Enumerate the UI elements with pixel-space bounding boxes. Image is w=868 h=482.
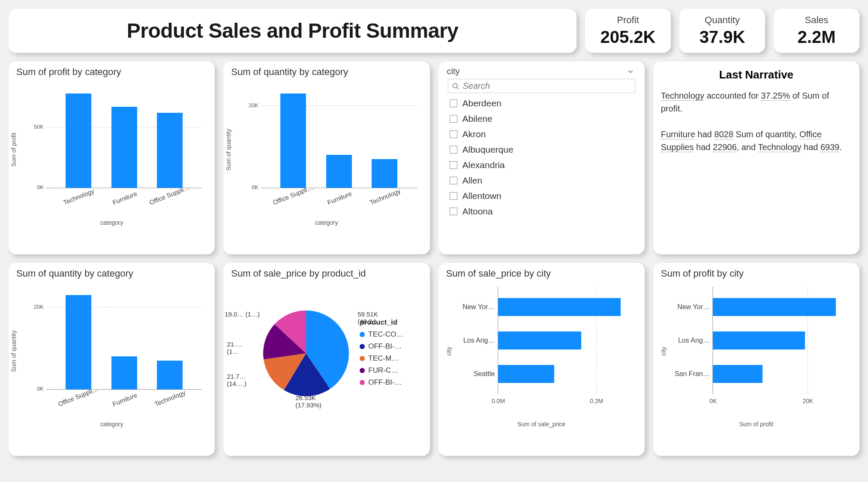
checkbox-icon[interactable] — [450, 161, 457, 169]
bar-category-label: Furniture — [111, 190, 138, 206]
chart-sale-by-product[interactable]: Sum of sale_price by product_id 59.51K(4… — [223, 263, 429, 456]
bar[interactable] — [66, 295, 91, 389]
chart-profit-by-category[interactable]: Sum of profit by category Sum of profit … — [9, 61, 215, 254]
bar-category-label: Los Ang… — [450, 337, 495, 344]
pie-slice-label: 21.…(1… — [227, 340, 242, 355]
x-axis-label: category — [16, 219, 207, 226]
legend-swatch-icon — [360, 356, 365, 361]
bar-category-label: New Yor… — [450, 303, 495, 311]
bar[interactable] — [326, 155, 352, 188]
slicer-item-label: Albuquerque — [463, 145, 514, 155]
search-icon — [452, 82, 460, 90]
slicer-item[interactable]: Allen — [448, 173, 635, 188]
pie-slice-label: 21.7…(14.…) — [227, 373, 246, 388]
pie-slice-label: 59.51K(40.2… — [357, 310, 378, 325]
slicer-item-label: Abilene — [463, 114, 493, 124]
legend-item[interactable]: FUR-C… — [360, 365, 403, 377]
bar[interactable] — [111, 107, 137, 188]
slicer-search[interactable] — [448, 79, 635, 93]
kpi-quantity[interactable]: Quantity 37.9K — [679, 9, 765, 53]
bar[interactable] — [498, 298, 621, 316]
slicer-item-label: Allen — [463, 175, 483, 186]
kpi-label: Sales — [786, 15, 847, 26]
legend-item[interactable]: OFF-BI-… — [360, 377, 403, 389]
bar[interactable] — [498, 331, 582, 349]
slicer-item[interactable]: Alexandria — [448, 157, 635, 173]
legend-item[interactable]: TEC-M… — [360, 352, 403, 365]
bar[interactable] — [713, 365, 763, 383]
y-axis-label: Sum of quantity — [225, 129, 232, 170]
kpi-label: Quantity — [691, 15, 753, 26]
bar[interactable] — [157, 361, 183, 389]
bar[interactable] — [157, 113, 183, 188]
bar[interactable] — [498, 365, 555, 383]
legend-item[interactable]: OFF-BI-… — [360, 340, 403, 352]
chart-title: Sum of sale_price by city — [446, 268, 637, 279]
chart-sale-by-city[interactable]: Sum of sale_price by city city 0.0M0.2MN… — [439, 263, 645, 456]
x-axis-label: category — [16, 421, 207, 428]
kpi-value: 2.2M — [786, 27, 847, 47]
y-axis-label: Sum of profit — [10, 133, 17, 166]
chart-title: Sum of sale_price by product_id — [231, 268, 422, 279]
narrative-card: Last Narrative Technology accounted for … — [653, 61, 859, 254]
svg-line-1 — [457, 87, 459, 89]
checkbox-icon[interactable] — [450, 115, 457, 123]
kpi-sales[interactable]: Sales 2.2M — [774, 9, 859, 53]
slicer-item[interactable]: Altoona — [448, 204, 635, 219]
bar-category-label: Technology — [62, 187, 95, 206]
kpi-value: 37.9K — [691, 27, 753, 47]
legend-item[interactable]: TEC-CO… — [360, 328, 403, 340]
checkbox-icon[interactable] — [450, 192, 457, 200]
slicer-item-label: Allentown — [463, 191, 502, 201]
bar-category-label: Seattle — [450, 370, 495, 378]
slicer-item[interactable]: Albuquerque — [448, 142, 635, 157]
pie-chart[interactable]: 59.51K(40.2…26.53K(17.93%)21.7…(14.…)21.… — [257, 304, 355, 403]
slicer-item[interactable]: Abilene — [448, 111, 635, 127]
legend-label: OFF-BI-… — [368, 342, 402, 351]
chevron-down-icon[interactable] — [627, 68, 634, 75]
legend-swatch-icon — [360, 380, 365, 385]
checkbox-icon[interactable] — [450, 146, 457, 154]
checkbox-icon[interactable] — [450, 99, 457, 107]
narrative-title: Last Narrative — [661, 68, 852, 81]
slicer-list[interactable]: AberdeenAbileneAkronAlbuquerqueAlexandri… — [448, 96, 635, 219]
bar[interactable] — [66, 93, 91, 188]
slicer-item[interactable]: Allentown — [448, 188, 635, 204]
chart-quantity-by-category-1[interactable]: Sum of quantity by category Sum of quant… — [223, 61, 429, 254]
bar-category-label: Furniture — [111, 392, 138, 408]
chart-profit-by-city[interactable]: Sum of profit by city city 0K20KNew Yor…… — [653, 263, 859, 456]
bar[interactable] — [280, 93, 306, 188]
svg-point-0 — [453, 83, 457, 88]
chart-title: Sum of quantity by category — [16, 268, 207, 279]
kpi-profit[interactable]: Profit 205.2K — [585, 9, 671, 53]
checkbox-icon[interactable] — [450, 177, 457, 184]
checkbox-icon[interactable] — [450, 130, 457, 138]
bar[interactable] — [713, 331, 805, 349]
y-axis-label: city — [660, 347, 667, 356]
pie-slice-label: 19.0… (1…) — [225, 310, 260, 318]
bar[interactable] — [713, 298, 836, 316]
legend-swatch-icon — [360, 332, 365, 337]
bar-category-label: Furniture — [326, 190, 353, 206]
bar[interactable] — [111, 356, 137, 389]
legend-swatch-icon — [360, 344, 365, 349]
chart-title: Sum of quantity by category — [231, 66, 422, 78]
bar[interactable] — [372, 159, 397, 188]
chart-quantity-by-category-2[interactable]: Sum of quantity by category Sum of quant… — [9, 263, 215, 456]
bar-category-label: Technology — [153, 389, 186, 408]
y-axis-label: Sum of quantity — [10, 330, 17, 372]
slicer-item-label: Alexandria — [463, 160, 505, 170]
slicer-search-input[interactable] — [463, 81, 631, 91]
legend-label: FUR-C… — [368, 366, 398, 375]
slicer-item-label: Akron — [463, 129, 486, 139]
checkbox-icon[interactable] — [450, 208, 457, 215]
slicer-item[interactable]: Akron — [448, 127, 635, 142]
legend-label: OFF-BI-… — [368, 378, 402, 387]
slicer-city[interactable]: city AberdeenAbileneAkronAlbuquerqueAlex… — [439, 61, 645, 254]
slicer-item[interactable]: Aberdeen — [448, 96, 635, 111]
bar-category-label: Technology — [369, 187, 402, 206]
x-axis-label: category — [231, 219, 422, 226]
y-axis-label: city — [445, 347, 452, 356]
narrative-body: Technology accounted for 37.25% of Sum o… — [661, 89, 852, 154]
slicer-field: city — [447, 66, 460, 76]
